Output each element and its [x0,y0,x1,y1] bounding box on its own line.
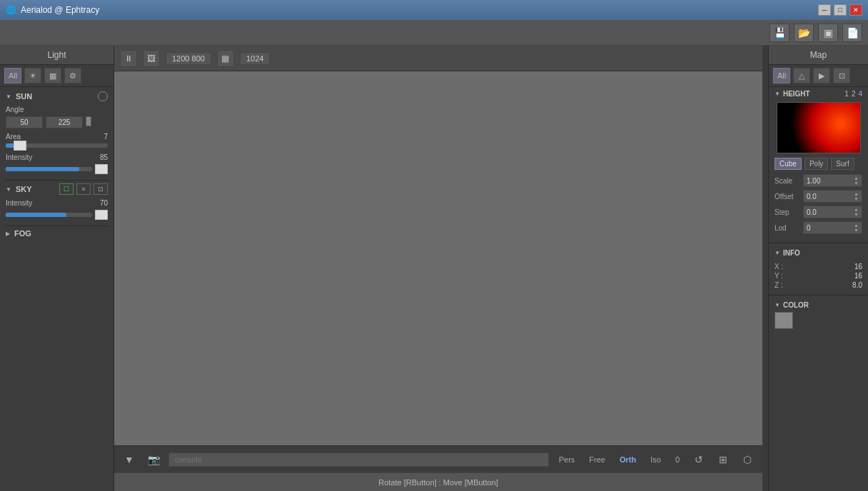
map-image-button[interactable]: ⊡ [833,68,850,83]
free-button[interactable]: Free [585,454,610,465]
fog-section-title: FOG [14,229,31,238]
left-panel-title: Light [0,46,113,65]
intensity-slider-track[interactable] [6,167,92,171]
sky-color-swatch[interactable] [95,210,108,220]
height-tabs: 1 2 4 [844,90,862,98]
cube-button[interactable]: Cube [774,158,802,170]
fog-section-header[interactable]: ▶ FOG [6,229,108,238]
scale-label: Scale [774,177,803,185]
info-section: ▼ INFO [769,246,868,263]
height-section-title: HEIGHT [783,90,810,98]
iso-button[interactable]: Iso [646,454,665,465]
map-triangle-button[interactable]: △ [793,68,810,83]
scale-spinner[interactable]: ▲▼ [854,176,859,186]
color-swatch[interactable] [774,312,793,329]
window-controls: ─ □ ✕ [818,4,862,16]
step-value-box[interactable]: 0.0 ▲▼ [803,206,862,218]
sky-section-header[interactable]: ▼ SKY ☐ ≡ ⊡ [6,183,108,195]
viewport-bottom-bar: ▼ 📷 Pers Free Orth Iso 0 ↺ ⊞ ⬡ [114,445,762,472]
height-tab-1[interactable]: 1 [844,90,849,98]
cube-icon[interactable]: ⬡ [738,450,757,469]
bar-icon-button[interactable]: ▦ [44,68,61,83]
screenshot-button[interactable]: 🖼 [143,50,160,67]
viewport-canvas[interactable] [114,71,762,445]
step-label: Step [774,208,803,216]
surf-button[interactable]: Surf [831,158,854,170]
angle-input-1[interactable] [6,116,43,128]
open-button[interactable]: 📂 [794,24,814,42]
angle-input-2[interactable] [46,116,83,128]
maximize-button[interactable]: □ [834,4,847,16]
step-spinner[interactable]: ▲▼ [854,207,859,217]
all-button[interactable]: All [4,68,21,83]
height-section-header[interactable]: ▼ HEIGHT 1 2 4 [774,90,862,98]
export-button[interactable]: 📄 [842,24,862,42]
sky-toggle-btn[interactable]: ☐ [59,183,74,195]
lod-spinner[interactable]: ▲▼ [854,223,859,233]
grid-icon[interactable]: ⊞ [714,450,732,469]
y-value: 16 [854,272,862,280]
scale-value: 1.00 [807,177,820,185]
scale-value-box[interactable]: 1.00 ▲▼ [803,174,862,187]
height-tab-2[interactable]: 2 [852,90,856,98]
intensity-row: Intensity 85 [6,153,108,161]
arrow-icon[interactable]: ▼ [120,450,138,469]
window-button[interactable]: ▣ [818,24,838,42]
angle-display: 0 [671,454,684,465]
offset-spinner[interactable]: ▲▼ [854,191,859,201]
sun-color-swatch[interactable] [95,164,108,174]
app-title: Aerialod @ Ephtracy [21,5,818,15]
sun-icon-button[interactable]: ☀ [24,68,41,83]
area-slider-thumb [14,141,26,151]
color-triangle-icon: ▼ [774,302,780,308]
map-panel-title: Map [769,46,868,65]
sun-section-header[interactable]: ▼ SUN [6,91,108,101]
left-panel-content: ▼ SUN Angle Area 7 [0,87,113,491]
map-all-button[interactable]: All [773,68,790,83]
info-triangle-icon: ▼ [774,250,780,256]
right-divider-2 [769,295,868,295]
area-value: 7 [104,133,108,141]
height-tab-3[interactable]: 4 [858,90,862,98]
sky-intensity-value: 70 [100,199,108,207]
gear-icon-button[interactable]: ⚙ [64,68,81,83]
sky-intensity-slider[interactable] [6,210,108,220]
map-camera-button[interactable]: ▶ [813,68,830,83]
area-slider-track[interactable] [6,143,108,148]
area-label: Area [6,133,104,141]
info-section-header[interactable]: ▼ INFO [774,249,862,257]
poly-button[interactable]: Poly [804,158,828,170]
offset-value: 0.0 [807,193,817,201]
scale-row: Scale 1.00 ▲▼ [774,174,862,187]
sun-triangle-icon: ▼ [6,93,11,100]
sky-image-btn[interactable]: ⊡ [94,183,108,195]
angle-label-row: Angle [6,106,108,113]
console-input[interactable] [168,452,549,467]
reset-icon[interactable]: ↺ [690,450,708,469]
offset-value-box[interactable]: 0.0 ▲▼ [803,190,862,203]
pers-button[interactable]: Pers [555,454,580,465]
area-slider[interactable] [6,143,108,148]
viewport-toolbar: ⏸ 🖼 1200 800 ▦ 1024 [114,46,762,71]
minimize-button[interactable]: ─ [818,4,831,16]
fog-section: ▶ FOG [6,229,108,238]
height-triangle-icon: ▼ [774,91,780,97]
map-preview[interactable] [777,102,861,153]
lod-value-box[interactable]: 0 ▲▼ [803,221,862,234]
viewport-area: ⏸ 🖼 1200 800 ▦ 1024 ▼ 📷 Pers Free Orth I… [114,46,762,491]
pause-button[interactable]: ⏸ [120,50,137,67]
color-section-header[interactable]: ▼ COLOR [774,301,862,309]
lod-label: Lod [774,224,803,232]
x-label: X : [774,263,792,270]
sky-lines-btn[interactable]: ≡ [76,183,91,195]
save-button[interactable]: 💾 [769,24,789,42]
close-button[interactable]: ✕ [849,4,862,16]
orth-button[interactable]: Orth [615,454,640,465]
camera-icon[interactable]: 📷 [144,450,163,469]
sky-intensity-slider-track[interactable] [6,213,92,217]
bar-icon-button[interactable]: ▦ [217,50,234,67]
intensity-slider[interactable] [6,164,108,174]
info-section-title: INFO [783,249,800,257]
right-panel: Map All △ ▶ ⊡ ▼ HEIGHT 1 2 4 [768,46,868,491]
viewport-resize-handle[interactable] [762,46,768,491]
